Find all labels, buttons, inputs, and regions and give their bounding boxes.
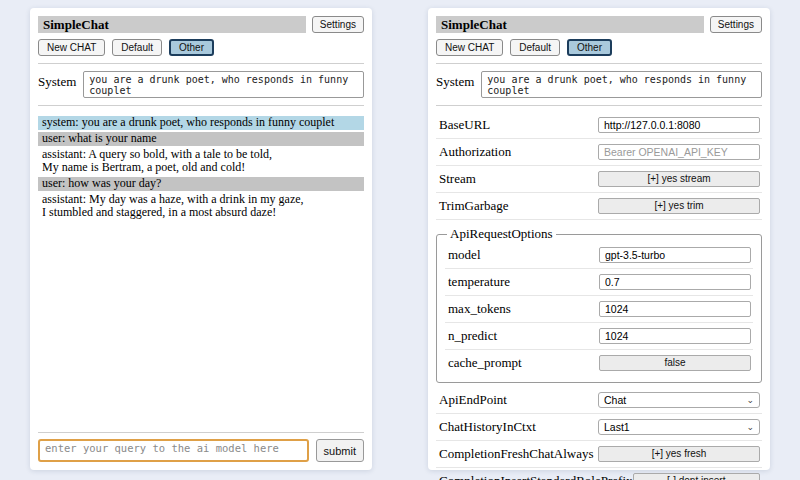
session-tab-other[interactable]: Other (567, 39, 612, 56)
system-label: System (436, 71, 474, 90)
authorization-input[interactable] (598, 144, 760, 160)
session-tab-default[interactable]: Default (510, 39, 560, 56)
settings-row-temperature: temperature (445, 269, 753, 296)
divider (38, 432, 364, 433)
system-label: System (38, 71, 76, 90)
chat-message-user: user: what is your name (38, 132, 364, 146)
chathistoryinctxt-select[interactable]: Last1⌄ (598, 419, 760, 435)
settings-button[interactable]: Settings (710, 16, 762, 33)
submit-button[interactable]: submit (316, 439, 364, 462)
settings-row-authorization: Authorization (436, 139, 762, 166)
chevron-down-icon: ⌄ (746, 396, 754, 404)
app-title: SimpleChat (436, 16, 704, 33)
completionfreshchatalways-toggle-button[interactable]: [+] yes fresh (598, 446, 760, 462)
apiendpoint-selected-value: Chat (604, 394, 626, 406)
settings-row-apiendpoint: ApiEndPointChat⌄ (436, 387, 762, 414)
chat-session-tabs: New CHAT Default Other (436, 39, 762, 56)
temperature-input[interactable] (599, 274, 751, 290)
completionfreshchatalways-label: CompletionFreshChatAlways (439, 446, 594, 462)
new-chat-button[interactable]: New CHAT (436, 39, 503, 56)
query-row: submit (38, 439, 364, 462)
baseurl-label: BaseURL (439, 117, 490, 133)
settings-rows-fieldset: modeltemperaturemax_tokensn_predictcache… (445, 242, 753, 376)
model-input[interactable] (599, 247, 751, 263)
settings-row-chathistoryinctxt: ChatHistoryInCtxtLast1⌄ (436, 414, 762, 441)
authorization-label: Authorization (439, 144, 511, 160)
chat-message-system: system: you are a drunk poet, who respon… (38, 116, 364, 130)
completioninsertstandardroleprefix-toggle-button[interactable]: [-] dont insert (633, 473, 760, 480)
temperature-label: temperature (448, 274, 510, 290)
chat-session-tabs: New CHAT Default Other (38, 39, 364, 56)
query-area: submit (38, 425, 364, 462)
trimgarbage-toggle-button[interactable]: [+] yes trim (598, 198, 760, 214)
cache-prompt-toggle-button[interactable]: false (599, 355, 751, 371)
model-label: model (448, 247, 481, 263)
system-prompt-input[interactable]: you are a drunk poet, who responds in fu… (481, 71, 762, 98)
baseurl-input[interactable] (598, 117, 760, 133)
n-predict-label: n_predict (448, 328, 497, 344)
chat-message-assistant: assistant: A query so bold, with a tale … (38, 148, 364, 175)
chat-message-list: system: you are a drunk poet, who respon… (38, 116, 364, 222)
divider (436, 63, 762, 64)
settings-row-completioninsertstandardroleprefix: CompletionInsertStandardRolePrefix[-] do… (436, 468, 762, 480)
settings-row-completionfreshchatalways: CompletionFreshChatAlways[+] yes fresh (436, 441, 762, 468)
apiendpoint-select[interactable]: Chat⌄ (598, 392, 760, 408)
new-chat-button[interactable]: New CHAT (38, 39, 105, 56)
n-predict-input[interactable] (599, 328, 751, 344)
divider (38, 105, 364, 106)
fieldset-legend: ApiRequestOptions (447, 226, 556, 242)
system-prompt-input[interactable]: you are a drunk poet, who responds in fu… (83, 71, 364, 98)
cache-prompt-label: cache_prompt (448, 355, 522, 371)
settings-row-max-tokens: max_tokens (445, 296, 753, 323)
chathistoryinctxt-label: ChatHistoryInCtxt (439, 419, 536, 435)
apiendpoint-label: ApiEndPoint (439, 392, 507, 408)
session-tab-default[interactable]: Default (112, 39, 162, 56)
settings-row-stream: Stream[+] yes stream (436, 166, 762, 193)
max-tokens-label: max_tokens (448, 301, 511, 317)
divider (436, 105, 762, 106)
settings-row-baseurl: BaseURL (436, 112, 762, 139)
settings-row-trimgarbage: TrimGarbage[+] yes trim (436, 193, 762, 220)
session-tab-other[interactable]: Other (169, 39, 214, 56)
settings-button[interactable]: Settings (312, 16, 364, 33)
chat-message-user: user: how was your day? (38, 177, 364, 191)
app-title: SimpleChat (38, 16, 306, 33)
settings-row-model: model (445, 242, 753, 269)
trimgarbage-label: TrimGarbage (439, 198, 509, 214)
divider (38, 63, 364, 64)
stream-toggle-button[interactable]: [+] yes stream (598, 171, 760, 187)
max-tokens-input[interactable] (599, 301, 751, 317)
titlebar-row: SimpleChat Settings (38, 16, 364, 33)
settings-rows-top: BaseURLAuthorizationStream[+] yes stream… (436, 112, 762, 220)
settings-row-n-predict: n_predict (445, 323, 753, 350)
chat-message-assistant: assistant: My day was a haze, with a dri… (38, 193, 364, 220)
settings-row-cache-prompt: cache_promptfalse (445, 350, 753, 376)
api-request-options-fieldset: ApiRequestOptions modeltemperaturemax_to… (436, 226, 762, 383)
chathistoryinctxt-selected-value: Last1 (604, 421, 630, 433)
settings-rows-bottom: ApiEndPointChat⌄ChatHistoryInCtxtLast1⌄C… (436, 387, 762, 480)
completioninsertstandardroleprefix-label: CompletionInsertStandardRolePrefix (439, 473, 633, 480)
system-prompt-row: System you are a drunk poet, who respond… (436, 71, 762, 98)
titlebar-row: SimpleChat Settings (436, 16, 762, 33)
user-query-input[interactable] (38, 439, 309, 462)
settings-panel: SimpleChat Settings New CHAT Default Oth… (428, 8, 770, 470)
chat-panel: SimpleChat Settings New CHAT Default Oth… (30, 8, 372, 470)
chevron-down-icon: ⌄ (746, 423, 754, 431)
stream-label: Stream (439, 171, 476, 187)
system-prompt-row: System you are a drunk poet, who respond… (38, 71, 364, 98)
